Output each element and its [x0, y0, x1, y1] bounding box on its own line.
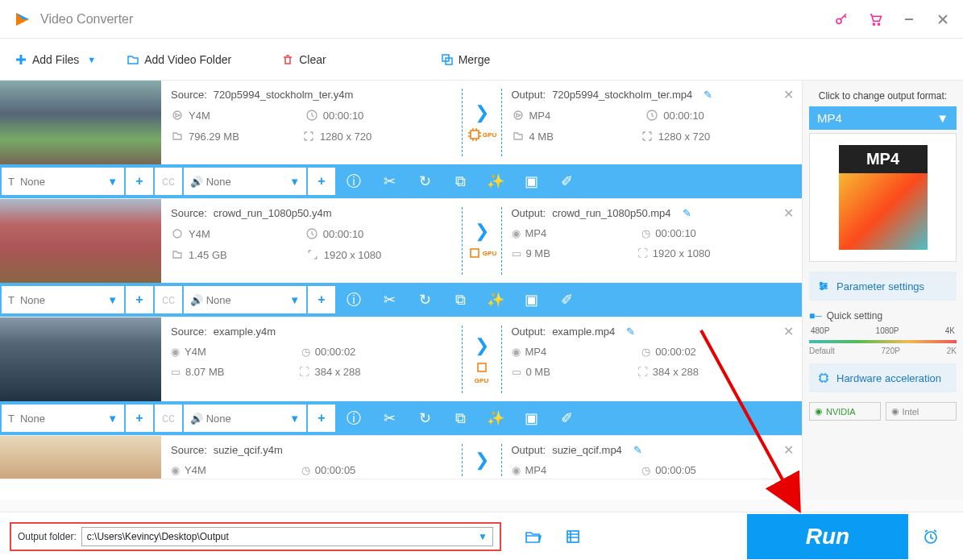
output-filename: 720p5994_stockholm_ter.mp4: [552, 89, 692, 101]
plus-icon: [15, 53, 27, 66]
svg-point-0: [836, 19, 841, 23]
add-subtitle-button[interactable]: +: [126, 404, 153, 432]
cart-icon[interactable]: [868, 12, 882, 27]
source-label: Source:: [171, 89, 207, 101]
key-icon[interactable]: [834, 12, 849, 27]
alarm-icon[interactable]: [908, 514, 953, 559]
output-duration: 00:00:10: [663, 110, 704, 122]
video-thumbnail[interactable]: [0, 81, 161, 164]
output-filename: suzie_qcif.mp4: [552, 444, 622, 456]
add-subtitle-button[interactable]: +: [126, 168, 153, 195]
close-button[interactable]: [936, 12, 950, 27]
output-format-select[interactable]: MP4▼: [809, 106, 957, 130]
info-icon[interactable]: ⓘ: [337, 401, 371, 435]
svg-point-1: [873, 23, 874, 24]
list-item: Source: crowd_run_1080p50.y4m Y4M 00:00:…: [0, 199, 802, 317]
edit-icon[interactable]: ✎: [626, 326, 635, 338]
source-size: 796.29 MB: [189, 131, 239, 143]
clock-icon: [305, 109, 318, 122]
clear-button[interactable]: Clear: [270, 47, 337, 73]
add-video-folder-button[interactable]: Add Video Folder: [115, 47, 243, 73]
add-audio-button[interactable]: +: [308, 286, 335, 313]
format-icon: [171, 109, 184, 122]
crop-icon[interactable]: ⧉: [443, 283, 477, 317]
add-audio-button[interactable]: +: [308, 168, 335, 195]
info-icon[interactable]: ⓘ: [337, 283, 371, 317]
cut-icon[interactable]: ✂: [372, 283, 406, 317]
cc-button[interactable]: cc: [155, 286, 182, 313]
list-item: Source: 720p5994_stockholm_ter.y4m Y4M 0…: [0, 81, 802, 199]
nvidia-icon: ◉: [815, 406, 823, 417]
edit-icon[interactable]: ✎: [683, 207, 691, 219]
parameter-settings-button[interactable]: Parameter settings: [809, 272, 957, 301]
edit-icon[interactable]: ✎: [704, 89, 712, 101]
format-icon: [512, 109, 525, 122]
effect-icon[interactable]: ✨: [479, 401, 513, 435]
edit-sub-icon[interactable]: ✐: [550, 164, 583, 198]
remove-item-button[interactable]: ✕: [783, 87, 794, 102]
intel-badge: ◉Intel: [886, 402, 957, 421]
subtitle-select[interactable]: T None▼: [2, 168, 124, 195]
add-subtitle-button[interactable]: +: [126, 286, 153, 313]
crop-icon[interactable]: ⧉: [443, 164, 477, 198]
output-size: 4 MB: [529, 131, 554, 143]
remove-item-button[interactable]: ✕: [783, 205, 794, 221]
change-format-label: Click to change output format:: [809, 90, 957, 102]
crop-icon[interactable]: ⧉: [443, 401, 477, 435]
run-button[interactable]: Run: [747, 514, 908, 559]
trash-icon: [281, 53, 294, 66]
resolution-icon: [641, 130, 654, 143]
source-filename: suzie_qcif.y4m: [214, 444, 283, 456]
subtitle-select[interactable]: T None▼: [2, 286, 124, 313]
rotate-icon[interactable]: ↻: [408, 283, 442, 317]
subtitle-select[interactable]: T None▼: [2, 404, 124, 432]
minimize-button[interactable]: [902, 12, 916, 27]
open-folder-icon[interactable]: [524, 528, 542, 545]
source-filename: 720p5994_stockholm_ter.y4m: [214, 89, 353, 101]
nvidia-badge: ◉NVIDIA: [809, 402, 881, 421]
watermark-icon[interactable]: ▣: [514, 164, 548, 198]
queue-icon[interactable]: [564, 528, 582, 545]
output-format: MP4: [529, 110, 551, 122]
remove-item-button[interactable]: ✕: [783, 442, 794, 458]
edit-icon[interactable]: ✎: [633, 444, 642, 456]
video-thumbnail[interactable]: [0, 199, 161, 283]
hardware-acceleration-button[interactable]: Hardware acceleration: [809, 363, 957, 392]
add-files-button[interactable]: Add Files: [3, 47, 90, 73]
add-files-dropdown[interactable]: ▼: [87, 55, 96, 64]
video-thumbnail[interactable]: [0, 436, 161, 479]
output-folder-select[interactable]: c:\Users\Kevincy\Desktop\Output▼: [81, 527, 493, 546]
cut-icon[interactable]: ✂: [372, 401, 406, 435]
effect-icon[interactable]: ✨: [479, 283, 513, 317]
audio-select[interactable]: 🔊 None▼: [184, 404, 306, 432]
audio-select[interactable]: 🔊 None▼: [184, 168, 306, 195]
svg-rect-20: [820, 375, 827, 381]
list-item: Source: example.y4m ◉Y4M◷00:00:02 ▭8.07 …: [0, 317, 802, 436]
info-icon[interactable]: ⓘ: [337, 164, 371, 198]
remove-item-button[interactable]: ✕: [783, 324, 794, 339]
output-folder-label: Output folder:: [18, 531, 77, 542]
svg-point-13: [173, 230, 181, 238]
cut-icon[interactable]: ✂: [372, 164, 406, 198]
main-toolbar: Add Files ▼ Add Video Folder Clear Merge: [0, 39, 963, 81]
source-format: Y4M: [189, 110, 210, 122]
app-title: Video Converter: [40, 12, 133, 27]
effect-icon[interactable]: ✨: [479, 164, 513, 198]
watermark-icon[interactable]: ▣: [514, 401, 548, 435]
video-thumbnail[interactable]: [0, 317, 161, 401]
cc-button[interactable]: cc: [155, 404, 182, 432]
rotate-icon[interactable]: ↻: [408, 401, 442, 435]
edit-sub-icon[interactable]: ✐: [550, 401, 583, 435]
watermark-icon[interactable]: ▣: [514, 283, 548, 317]
add-audio-button[interactable]: +: [308, 404, 335, 432]
rotate-icon[interactable]: ↻: [408, 164, 442, 198]
resolution-icon: [302, 130, 315, 143]
edit-sub-icon[interactable]: ✐: [550, 283, 583, 317]
quick-setting-slider[interactable]: [809, 340, 957, 343]
output-filename: example.mp4: [552, 326, 615, 338]
audio-select[interactable]: 🔊 None▼: [184, 286, 306, 313]
cc-button[interactable]: cc: [155, 168, 182, 195]
format-preview-image[interactable]: MP4: [809, 133, 957, 262]
folder-icon: [127, 53, 139, 66]
merge-button[interactable]: Merge: [430, 47, 502, 73]
